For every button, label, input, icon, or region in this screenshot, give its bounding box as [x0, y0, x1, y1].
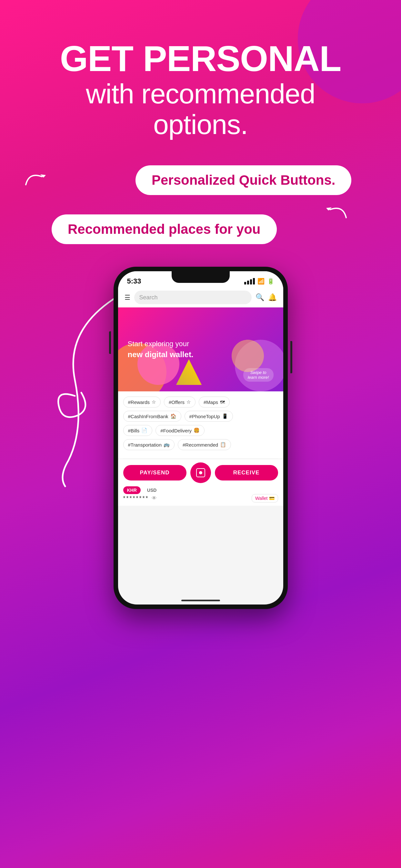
- quick-btn-bills[interactable]: #Bills 📄: [123, 425, 153, 436]
- phone-icon: 📱: [222, 413, 228, 419]
- wallet-center-button[interactable]: [190, 462, 211, 483]
- battery-icon: 🔋: [267, 278, 274, 285]
- phone-volume-button: [109, 331, 111, 354]
- balance-amount: ********: [123, 495, 149, 502]
- eye-icon[interactable]: 👁: [152, 495, 157, 501]
- quick-btn-recommended[interactable]: #Recommended 📋: [178, 439, 231, 450]
- quick-btn-cashin[interactable]: #CashInFromBank 🏠: [123, 411, 181, 422]
- callout-pill-2: Recommended places for you: [52, 214, 277, 244]
- wallet-actions: PAY/SEND RECEIVE: [123, 462, 278, 483]
- khr-tab[interactable]: KHR: [123, 486, 141, 494]
- quick-btn-maps[interactable]: #Maps 🗺: [199, 397, 230, 407]
- status-time: 5:33: [127, 277, 141, 285]
- callout-section: Personalized Quick Buttons. Recommended …: [0, 165, 401, 244]
- wallet-bar: PAY/SEND RECEIVE KHR USD: [118, 459, 283, 506]
- rewards-icon: ☆: [152, 399, 156, 405]
- bank-icon: 🏠: [170, 413, 176, 419]
- receive-button[interactable]: RECEIVE: [215, 465, 278, 480]
- recommended-icon: 📋: [220, 442, 226, 447]
- notification-icon[interactable]: 🔔: [268, 293, 277, 302]
- search-placeholder: Search: [139, 294, 158, 301]
- phone-notch: [172, 271, 230, 283]
- wallet-label[interactable]: Wallet 💳: [252, 494, 278, 502]
- signal-bars-icon: [244, 278, 255, 284]
- quick-btn-row-4: #Transportation 🚌 #Recommended 📋: [123, 439, 278, 450]
- quick-btn-food[interactable]: #FoodDelivery 🍔: [156, 425, 204, 436]
- banner-text: Start exploring your new digital wallet.: [128, 339, 194, 360]
- offers-icon: ☆: [187, 399, 191, 405]
- transport-icon: 🚌: [164, 442, 170, 447]
- quick-btn-row-3: #Bills 📄 #FoodDelivery 🍔: [123, 425, 278, 436]
- usd-tab[interactable]: USD: [143, 486, 161, 494]
- home-indicator: [181, 600, 220, 601]
- wallet-icon: 💳: [269, 496, 274, 501]
- quick-btn-transport[interactable]: #Transportation 🚌: [123, 439, 175, 450]
- bills-icon: 📄: [141, 428, 147, 433]
- callout-pill-1: Personalized Quick Buttons.: [135, 165, 351, 195]
- search-input[interactable]: Search: [134, 290, 252, 304]
- wifi-icon: 📶: [258, 278, 265, 285]
- arrow-left-icon: [324, 202, 349, 221]
- quick-btn-row-2: #CashInFromBank 🏠 #PhoneTopUp 📱: [123, 411, 278, 422]
- hamburger-icon: ☰: [125, 293, 130, 301]
- food-icon: 🍔: [194, 428, 200, 433]
- currency-row: KHR USD: [123, 486, 278, 494]
- swipe-badge: Swipe tolearn more!: [243, 368, 274, 382]
- app-banner: Start exploring your new digital wallet.…: [118, 307, 283, 392]
- arrow-right-icon: [23, 168, 48, 188]
- pay-send-button[interactable]: PAY/SEND: [123, 465, 187, 480]
- hero-title-bold: GET PERSONAL: [60, 39, 341, 79]
- status-icons: 📶 🔋: [244, 278, 274, 285]
- currency-tabs: KHR USD: [123, 486, 161, 494]
- quick-btn-row-1: #Rewards ☆ #Offers ☆ #Maps 🗺: [123, 397, 278, 407]
- quick-btn-phonetopup[interactable]: #PhoneTopUp 📱: [185, 411, 233, 422]
- app-search-bar: ☰ Search 🔍 🔔: [118, 287, 283, 307]
- main-content: GET PERSONAL with recommended options. P…: [0, 0, 401, 609]
- phone-mockup: 5:33 📶 🔋 ☰: [113, 267, 288, 609]
- svg-point-3: [199, 471, 202, 474]
- balance-row: ******** 👁 Wallet 💳: [123, 494, 278, 502]
- quick-btn-rewards[interactable]: #Rewards ☆: [123, 397, 161, 407]
- hero-title: GET PERSONAL with recommended options.: [34, 39, 367, 140]
- quick-buttons-section: #Rewards ☆ #Offers ☆ #Maps 🗺: [118, 392, 283, 459]
- search-icon[interactable]: 🔍: [256, 293, 264, 302]
- maps-icon: 🗺: [220, 399, 225, 405]
- phone-outer: 5:33 📶 🔋 ☰: [113, 267, 288, 609]
- phone-power-button: [290, 341, 292, 373]
- hero-subtitle: with recommended options.: [60, 79, 341, 140]
- phone-screen: 5:33 📶 🔋 ☰: [118, 271, 283, 604]
- quick-btn-offers[interactable]: #Offers ☆: [164, 397, 196, 407]
